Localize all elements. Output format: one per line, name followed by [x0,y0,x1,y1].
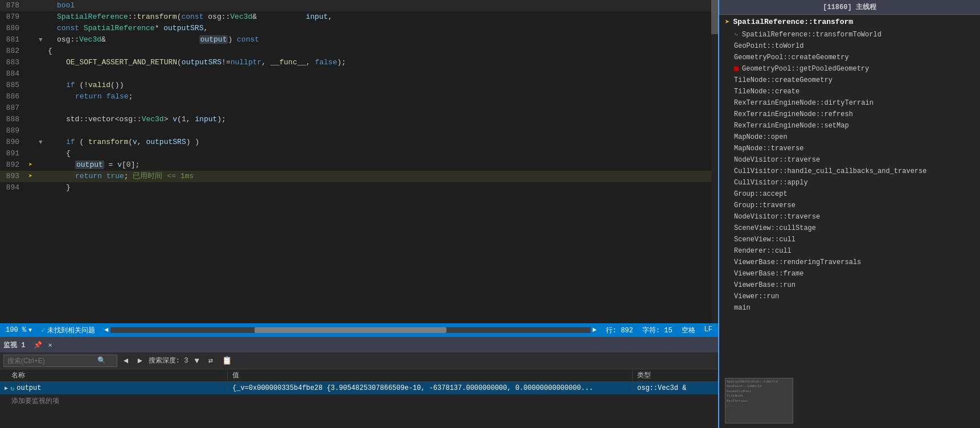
refresh-btn[interactable]: ⇄ [206,354,216,367]
code-line[interactable]: 890▼if ( transform(v, outputSRS) ) [0,137,711,148]
zoom-control[interactable]: 100 % ▼ [6,326,32,334]
callstack-item[interactable]: SceneView::cull [719,234,980,245]
callstack-item[interactable]: NodeVisitor::traverse [719,154,980,166]
watch-var-name: output [17,384,41,392]
callstack-item[interactable]: GeometryPool::createGeometry [719,52,980,63]
callstack-item[interactable]: ViewerBase::run [719,279,980,291]
line-number: 893 [0,171,28,182]
line-number: 883 [0,57,28,68]
code-line[interactable]: 892➤output = v[0]; [0,159,711,171]
callstack-item[interactable]: ViewerBase::renderingTraversals [719,257,980,268]
callstack-item[interactable]: ⤷SpatialReference::transformToWorld [719,29,980,40]
callstack-function-name: RexTerrainEngineNode::dirtyTerrain [734,99,874,107]
issue-indicator: ✓ 未找到相关问题 [41,326,95,335]
watch-close-btn[interactable]: ✕ [46,340,54,350]
col-type-header: 类型 [633,371,718,380]
watch-add-row[interactable]: 添加要监视的项 [0,394,718,407]
code-line[interactable]: 894} [0,182,711,194]
nav-fwd-btn[interactable]: ► [134,355,145,367]
line-code: return false; [75,91,706,102]
callstack-item[interactable]: RexTerrainEngineNode::refresh [719,109,980,120]
depth-chevron[interactable]: ▼ [191,355,202,367]
expand-icon[interactable]: ▶ [5,385,8,392]
watch-row[interactable]: ▶ ↻ output {_v=0x000000335b4fbe28 {3.905… [0,382,718,394]
code-line[interactable]: 887 [0,102,711,114]
watch-pin-btn[interactable]: 📌 [32,340,44,350]
callstack-item[interactable]: Group::traverse [719,200,980,211]
callstack-function-name: NodeVisitor::traverse [734,156,820,164]
code-line[interactable]: 893➤return true; 已用时间 <= 1ms [0,171,711,182]
watch-panel: 监视 1 📌 ✕ 🔍 ◄ ► 搜索深度: 3 ▼ ⇄ 📋 名称 [0,337,718,428]
callstack-item[interactable]: ViewerBase::frame [719,268,980,279]
search-depth-label: 搜索深度: 3 [149,356,188,365]
code-line[interactable]: 880const SpatialReference* outputSRS, [0,23,711,34]
line-number: 886 [0,91,28,102]
editor-scrollbar[interactable] [711,0,718,323]
callstack-item[interactable]: TileNode::createGeometry [719,75,980,86]
copy-btn[interactable]: 📋 [219,354,235,367]
code-line[interactable]: 881▼osg::Vec3d& output) const [0,34,711,46]
line-number: 881 [0,34,28,46]
code-line[interactable]: 878bool [0,0,711,11]
expand-toggle[interactable]: ▼ [39,137,48,148]
watch-search-input[interactable] [4,357,95,365]
execution-arrow: ➤ [28,171,39,182]
code-line[interactable]: 888std::vector<osg::Vec3d> v(1, input); [0,114,711,125]
callstack-current-item[interactable]: ➤ SpatialReference::transform [719,15,980,29]
callstack-item[interactable]: MapNode::traverse [719,143,980,154]
line-number: 892 [0,159,28,171]
nav-right[interactable]: ► [593,326,597,334]
callstack-function-name: Viewer::run [734,293,779,301]
callstack-function-name: MapNode::traverse [734,145,803,153]
callstack-item[interactable]: RexTerrainEngineNode::setMap [719,120,980,131]
callstack-list: ⤷SpatialReference::transformToWorldGeoPo… [719,29,980,373]
callstack-item[interactable]: RexTerrainEngineNode::dirtyTerrain [719,97,980,109]
code-line[interactable]: 884 [0,68,711,80]
code-line[interactable]: 879SpatialReference::transform(const osg… [0,11,711,23]
editor-scrollbar-thumb[interactable] [711,0,718,34]
callstack-item[interactable]: GeometryPool::getPooledGeometry [719,63,980,75]
callstack-item[interactable]: Group::accept [719,188,980,200]
code-line[interactable]: 889 [0,125,711,137]
refresh-row-icon[interactable]: ↻ [10,384,14,393]
nav-back-btn[interactable]: ◄ [121,355,131,367]
line-code: SpatialReference::transform(const osg::V… [57,11,706,23]
line-number: 880 [0,23,28,34]
callstack-function-name: NodeVisitor::traverse [734,213,820,221]
callstack-item[interactable]: MapNode::open [719,131,980,143]
watch-column-headers: 名称 值 类型 [0,369,718,382]
callstack-item[interactable]: Renderer::cull [719,245,980,257]
code-line[interactable]: 882{ [0,46,711,57]
current-function-name: SpatialReference::transform [733,18,853,26]
code-line[interactable]: 883OE_SOFT_ASSERT_AND_RETURN(outputSRS!=… [0,57,711,68]
watch-panel-header: 监视 1 📌 ✕ [0,338,718,352]
callstack-item[interactable]: CullVisitor::handle_cull_callbacks_and_t… [719,166,980,177]
line-number: 887 [0,102,28,114]
callstack-item[interactable]: CullVisitor::apply [719,177,980,188]
watch-row-name: ▶ ↻ output [0,384,228,393]
callstack-item[interactable]: GeoPoint::toWorld [719,40,980,52]
nav-left[interactable]: ◄ [104,326,108,334]
code-line[interactable]: 891{ [0,148,711,159]
zoom-chevron: ▼ [28,327,32,334]
callstack-item[interactable]: main [719,302,980,314]
issue-icon: ✓ [41,326,45,335]
code-line[interactable]: 885if (!valid()) [0,80,711,91]
line-number: 891 [0,148,28,159]
code-line[interactable]: 886return false; [0,91,711,102]
line-code: } [66,182,706,194]
callstack-item[interactable]: TileNode::create [719,86,980,97]
thumbnail-preview: SpatialReference::toWorldGeoPoint::toWor… [725,378,793,409]
horizontal-scrollbar[interactable] [110,327,590,333]
status-bar: 100 % ▼ ✓ 未找到相关问题 ◄ ► 行: 892 字符: 15 空格 L… [0,323,718,337]
encoding-label: LF [704,326,712,335]
line-code: if (!valid()) [66,80,706,91]
watch-toolbar: 🔍 ◄ ► 搜索深度: 3 ▼ ⇄ 📋 [0,352,718,369]
callstack-item[interactable]: SceneView::cullStage [719,223,980,234]
line-number: 882 [0,46,28,57]
callstack-item[interactable]: Viewer::run [719,291,980,302]
callstack-item[interactable]: NodeVisitor::traverse [719,211,980,223]
expand-toggle[interactable]: ▼ [39,34,48,46]
watch-row-value: {_v=0x000000335b4fbe28 {3.90548253078665… [228,384,633,392]
scrollbar-thumb[interactable] [255,327,446,333]
